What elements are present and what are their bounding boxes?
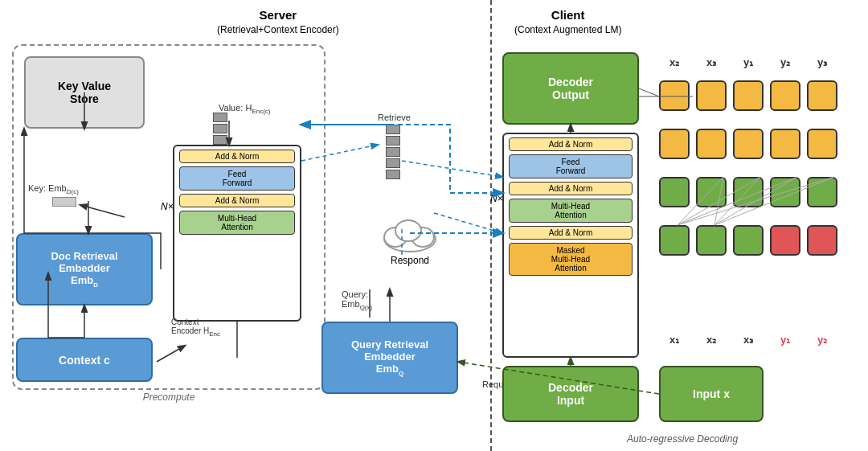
node-r3-2 [696, 177, 727, 207]
cloud-respond: Respond [378, 213, 442, 266]
doc-embedder-box: Doc RetrievalEmbedderEmbD [16, 233, 153, 305]
auto-regressive-label: Auto-regressive Decoding [627, 433, 738, 445]
kv-store-label: Key ValueStore [58, 80, 111, 105]
node-r2-2 [696, 129, 727, 159]
retrieve-label: Retrieve [378, 113, 411, 122]
input-token-y2: y₂ [807, 334, 837, 346]
diagram: Server (Retrieval+Context Encoder) Clien… [0, 0, 868, 451]
encoder-block: Add & Norm FeedForward Add & Norm Multi-… [173, 145, 301, 322]
node-r2-4 [770, 129, 800, 159]
node-r4-4 [770, 225, 800, 256]
kv-store-box: Key ValueStore [24, 56, 145, 129]
svg-line-13 [434, 213, 502, 233]
query-embedder-box: Query RetrievalEmbedderEmbQ [321, 322, 458, 394]
context-c-box: Context c [16, 338, 153, 382]
node-row-1 [659, 80, 837, 111]
node-r4-1 [659, 225, 690, 256]
dec-multihead: Multi-HeadAttention [509, 199, 633, 223]
decoder-nx: N× [490, 193, 503, 204]
node-r3-5 [807, 177, 837, 207]
client-label: Client (Context Augmented LM) [514, 8, 621, 35]
svg-line-12 [402, 161, 502, 177]
output-token-row: x₂ x₃ y₁ y₂ y₃ [659, 56, 837, 68]
node-r1-2 [696, 80, 727, 111]
context-encoder-label: ContextEncoder HEnc [171, 318, 220, 338]
svg-point-3 [395, 220, 421, 241]
node-r1-1 [659, 80, 690, 111]
retrieve-boxes [386, 125, 400, 179]
decoder-output-label: DecoderOutput [548, 76, 593, 101]
node-r4-3 [733, 225, 764, 256]
decoder-block: Add & Norm FeedForward Add & Norm Multi-… [502, 133, 639, 358]
output-token-y2: y₂ [770, 56, 800, 68]
svg-line-18 [639, 88, 659, 96]
input-token-y1: y₁ [770, 334, 800, 346]
node-row-3 [659, 177, 837, 207]
enc-add-norm-1: Add & Norm [179, 150, 295, 163]
node-r1-3 [733, 80, 764, 111]
node-row-2 [659, 129, 837, 159]
respond-label: Respond [378, 255, 442, 266]
dec-add-norm-2: Add & Norm [509, 182, 633, 195]
node-r4-5 [807, 225, 837, 256]
enc-multihead: Multi-HeadAttention [179, 211, 295, 235]
enc-feed-forward: FeedForward [179, 166, 295, 191]
decoder-input-label: DecoderInput [548, 381, 593, 407]
node-r2-5 [807, 129, 837, 159]
key-box [52, 197, 76, 207]
encoder-nx: N× [161, 201, 174, 212]
precompute-label: Precompute [143, 392, 195, 403]
node-r3-4 [770, 177, 800, 207]
context-c-label: Context c [59, 354, 110, 367]
output-token-y1: y₁ [733, 56, 764, 68]
query-label: Query:EmbQ(x) [342, 289, 372, 311]
input-x-box: Input x [659, 366, 764, 422]
decoder-input-box: DecoderInput [502, 366, 639, 422]
output-token-x3: x₃ [696, 56, 727, 68]
dec-add-norm-3: Add & Norm [509, 226, 633, 240]
input-token-x1: x₁ [659, 334, 690, 346]
node-r3-3 [733, 177, 764, 207]
decoder-output-box: DecoderOutput [502, 52, 639, 125]
node-r1-4 [770, 80, 800, 111]
dec-add-norm-1: Add & Norm [509, 137, 633, 151]
node-r1-5 [807, 80, 837, 111]
node-r2-3 [733, 129, 764, 159]
node-r3-1 [659, 177, 690, 207]
server-label: Server (Retrieval+Context Encoder) [217, 8, 339, 35]
node-row-4 [659, 225, 837, 256]
dec-feed-forward: FeedForward [509, 154, 633, 178]
input-token-x2: x₂ [696, 334, 727, 346]
query-embedder-label: Query RetrievalEmbedderEmbQ [351, 338, 428, 377]
input-x-label: Input x [693, 387, 730, 400]
node-r4-2 [696, 225, 727, 256]
input-token-row: x₁ x₂ x₃ y₁ y₂ [659, 334, 837, 346]
input-token-x3: x₃ [733, 334, 764, 346]
key-label: Key: EmbD(c) [28, 183, 79, 195]
output-token-x2: x₂ [659, 56, 690, 68]
doc-embedder-label: Doc RetrievalEmbedderEmbD [51, 250, 117, 289]
node-r2-1 [659, 129, 690, 159]
dec-masked-multihead: MaskedMulti-HeadAttention [509, 243, 633, 276]
output-token-y3: y₃ [807, 56, 837, 68]
enc-add-norm-2: Add & Norm [179, 194, 295, 207]
